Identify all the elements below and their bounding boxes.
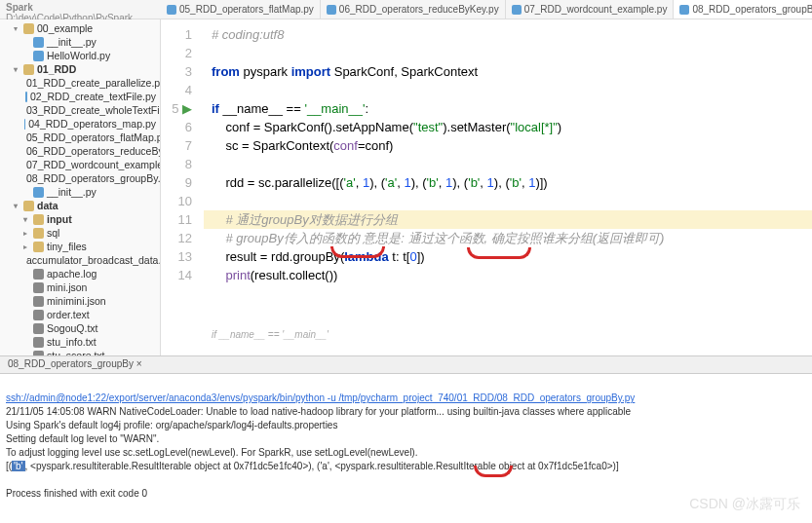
tree-node[interactable]: __init__.py <box>0 35 160 49</box>
tree-node[interactable]: stu_score.txt <box>0 349 160 355</box>
tab-label: 08_RDD_operators_groupBy.py <box>692 4 812 15</box>
tree-label: 01_RDD <box>37 63 76 75</box>
python-icon <box>679 5 689 15</box>
tree-node[interactable]: 08_RDD_operators_groupBy.py <box>0 171 160 185</box>
run-icon[interactable]: ▶ <box>182 101 192 116</box>
tab-06[interactable]: 06_RDD_operators_reduceByKey.py <box>321 0 506 19</box>
tree-label: __init__.py <box>47 36 97 48</box>
tree-label: 08_RDD_operators_groupBy.py <box>26 172 161 184</box>
tree-node[interactable]: ▾00_example <box>0 21 160 35</box>
txt-icon <box>33 323 44 334</box>
tree-node[interactable]: __init__.py <box>0 185 160 199</box>
tree-node[interactable]: accumulator_broadcast_data.txt <box>0 253 160 267</box>
tree-node[interactable]: ▾input <box>0 212 160 226</box>
tree-node[interactable]: HelloWorld.py <box>0 49 160 62</box>
python-icon <box>512 5 522 15</box>
project-name: Spark <box>6 2 33 13</box>
py-icon <box>33 51 44 61</box>
code-line: # coding:utf8 <box>212 27 284 42</box>
terminal-output[interactable]: ssh://admin@node1:22/export/server/anaco… <box>0 373 812 504</box>
tree-label: stu_info.txt <box>47 336 97 348</box>
tree-label: data <box>37 200 58 211</box>
breadcrumb: if __name__ == '__main__' <box>204 323 812 346</box>
tree-node[interactable]: SogouQ.txt <box>0 321 160 335</box>
tree-label: 07_RDD_wordcount_example.py <box>26 159 161 170</box>
txt-icon <box>33 337 44 348</box>
tree-node[interactable]: minimini.json <box>0 294 160 308</box>
tree-label: stu_score.txt <box>47 350 105 355</box>
red-underline-groupby <box>330 246 385 258</box>
tab-label: 06_RDD_operators_reduceByKey.py <box>339 4 499 15</box>
tab-07[interactable]: 07_RDD_wordcount_example.py <box>506 0 675 19</box>
tree-node[interactable]: 04_RDD_operators_map.py <box>0 117 160 131</box>
tree-label: HelloWorld.py <box>47 50 110 61</box>
project-tree[interactable]: ▾00_example__init__.pyHelloWorld.py▾01_R… <box>0 19 161 355</box>
code-area[interactable]: # coding:utf8 from pyspark import SparkC… <box>204 19 812 355</box>
py-icon <box>25 92 27 102</box>
python-icon <box>327 5 336 15</box>
tree-node[interactable]: stu_info.txt <box>0 335 160 349</box>
tree-label: 00_example <box>37 22 93 34</box>
tree-node[interactable]: 05_RDD_operators_flatMap.py <box>0 131 160 144</box>
tree-node[interactable]: mini.json <box>0 280 160 294</box>
tree-label: SogouQ.txt <box>47 322 98 334</box>
watermark: CSDN @冰露可乐 <box>689 496 800 513</box>
tree-node[interactable]: 06_RDD_operators_reduceByKey.py <box>0 144 160 158</box>
folder-icon <box>33 242 44 252</box>
red-underline-lambda <box>467 247 531 259</box>
gutter: 12345 ▶67891011121314 <box>161 19 204 355</box>
tree-node[interactable]: 02_RDD_create_textFile.py <box>0 90 160 103</box>
txt-icon <box>33 310 44 320</box>
txt-icon <box>33 269 44 280</box>
tree-label: 02_RDD_create_textFile.py <box>30 91 156 102</box>
txt-icon <box>33 296 44 307</box>
tree-label: 04_RDD_operators_map.py <box>28 118 156 130</box>
tree-node[interactable]: apache.log <box>0 267 160 280</box>
editor-tabs: 05_RDD_operators_flatMap.py 06_RDD_opera… <box>161 0 812 19</box>
selected-text: 'b' <box>12 461 24 471</box>
py-icon <box>24 119 25 130</box>
tree-label: order.text <box>47 309 90 320</box>
tree-label: apache.log <box>47 268 97 280</box>
tree-label: sql <box>47 227 59 239</box>
tab-label: 05_RDD_operators_flatMap.py <box>179 4 314 15</box>
main-area: ▾00_example__init__.pyHelloWorld.py▾01_R… <box>0 19 812 355</box>
code-editor[interactable]: 12345 ▶67891011121314 # coding:utf8 from… <box>161 19 812 355</box>
tree-node[interactable]: 03_RDD_create_wholeTextFile.py <box>0 103 160 117</box>
py-icon <box>33 37 44 48</box>
py-icon <box>33 187 44 198</box>
tree-node[interactable]: 07_RDD_wordcount_example.py <box>0 158 160 171</box>
project-label: Spark D:\dev\Code\Python\PySpark <box>0 0 161 19</box>
tree-node[interactable]: ▾data <box>0 199 160 212</box>
tree-label: 06_RDD_operators_reduceByKey.py <box>26 145 161 157</box>
tab-label: 07_RDD_wordcount_example.py <box>524 4 668 15</box>
folder-icon <box>33 214 44 225</box>
folder-icon <box>23 64 34 75</box>
tree-label: minimini.json <box>47 295 106 307</box>
tree-label: __init__.py <box>47 186 97 198</box>
txt-icon <box>33 351 44 356</box>
tab-05[interactable]: 05_RDD_operators_flatMap.py <box>161 0 321 19</box>
tree-label: 05_RDD_operators_flatMap.py <box>26 131 161 143</box>
folder-icon <box>33 228 44 239</box>
terminal-link[interactable]: ssh://admin@node1:22/export/server/anaco… <box>6 392 635 403</box>
folder-icon <box>23 23 34 34</box>
tree-node[interactable]: ▸sql <box>0 226 160 240</box>
run-tab[interactable]: 08_RDD_operators_groupBy × <box>0 355 812 373</box>
folder-icon <box>23 201 34 211</box>
red-underline-output <box>474 466 513 477</box>
tree-label: accumulator_broadcast_data.txt <box>26 254 161 266</box>
tree-label: mini.json <box>47 281 87 293</box>
tree-node[interactable]: ▸tiny_files <box>0 240 160 253</box>
txt-icon <box>33 282 44 293</box>
tree-label: 03_RDD_create_wholeTextFile.py <box>26 104 161 116</box>
tree-label: input <box>47 213 72 225</box>
tree-node[interactable]: order.text <box>0 308 160 321</box>
tree-label: 01_RDD_create_parallelize.py <box>26 77 161 89</box>
tree-node[interactable]: 01_RDD_create_parallelize.py <box>0 76 160 90</box>
tree-node[interactable]: ▾01_RDD <box>0 62 160 76</box>
python-icon <box>167 5 176 15</box>
tree-label: tiny_files <box>47 241 87 252</box>
tab-08[interactable]: 08_RDD_operators_groupBy.py <box>674 0 812 19</box>
top-bar: Spark D:\dev\Code\Python\PySpark 05_RDD_… <box>0 0 812 19</box>
